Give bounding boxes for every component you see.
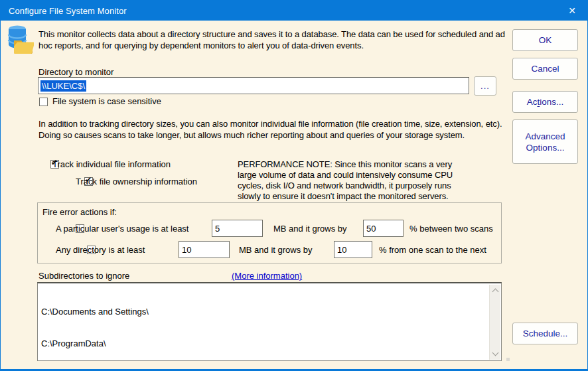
performance-note: PERFORMANCE NOTE: Since this monitor sca… [238, 159, 471, 202]
ignore-line: C:\ProgramData\ [41, 338, 488, 349]
case-sensitive-label: File system is case sensitive [52, 96, 161, 106]
vertical-scrollbar[interactable] [489, 285, 500, 360]
schedule-button[interactable]: Schedule... [512, 323, 578, 344]
case-sensitive-checkbox[interactable] [39, 98, 48, 106]
tracking-paragraph: In addition to tracking directory sizes,… [38, 118, 511, 141]
more-information-link[interactable]: (More information) [232, 271, 302, 281]
configure-file-system-monitor-dialog: Configure File System Monitor ✕ This mon… [0, 0, 588, 371]
fire-error-actions-label: Fire error actions if: [42, 207, 117, 217]
user-usage-label: A particular user's usage is at least [56, 224, 188, 234]
any-directory-percent-input[interactable] [334, 241, 372, 258]
user-usage-mb-input[interactable] [212, 220, 263, 237]
ok-button[interactable]: OK [512, 29, 578, 51]
browse-button[interactable]: ... [474, 76, 496, 96]
any-directory-label: Any directory is at least [56, 245, 145, 255]
scroll-up-button[interactable] [490, 285, 501, 296]
track-files-label: Track individual file information [52, 159, 171, 169]
advanced-options-button[interactable]: Advanced Options... [512, 119, 578, 164]
cancel-button[interactable]: Cancel [512, 58, 578, 80]
title-bar: Configure File System Monitor ✕ [1, 1, 587, 21]
directory-input[interactable]: \\LUKE\C$\ [38, 77, 469, 94]
window-title: Configure File System Monitor [9, 6, 127, 16]
ignore-line: C:\Documents and Settings\ [41, 307, 488, 317]
directory-input-selected-text: \\LUKE\C$\ [40, 80, 86, 92]
directory-label: Directory to monitor [38, 67, 113, 77]
any-directory-suffix-label: % from one scan to the next [379, 245, 486, 255]
resize-grip [506, 358, 510, 361]
subdirectories-label: Subdirectories to ignore [38, 271, 129, 281]
actions-button[interactable]: Actions... [512, 91, 578, 113]
intro-text: This monitor collects data about a direc… [38, 29, 507, 51]
scroll-down-button[interactable] [490, 348, 501, 360]
user-usage-mid-label: MB and it grows by [273, 224, 347, 234]
user-usage-percent-input[interactable] [363, 220, 404, 237]
database-folder-icon [7, 25, 34, 55]
close-icon[interactable]: ✕ [557, 1, 587, 21]
any-directory-mid-label: MB and it grows by [239, 245, 313, 255]
any-directory-mb-input[interactable] [179, 241, 230, 258]
subdirectories-textarea[interactable]: C:\Documents and Settings\ C:\ProgramDat… [37, 282, 502, 361]
user-usage-suffix-label: % between two scans [409, 224, 493, 234]
track-ownership-label: Track file ownership information [76, 177, 197, 186]
